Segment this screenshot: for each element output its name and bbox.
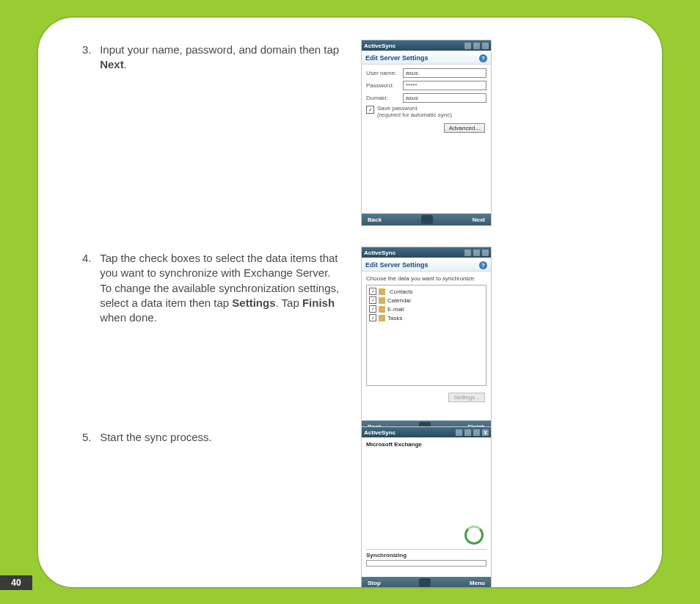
checkbox-icon[interactable]: ✓ bbox=[369, 288, 376, 295]
password-field[interactable]: ***** bbox=[403, 81, 486, 90]
list-item[interactable]: ✓ E-mail bbox=[369, 305, 484, 313]
step-3: 3. Input your name, password, and domain… bbox=[82, 43, 346, 73]
checkbox-icon[interactable]: ✓ bbox=[369, 296, 376, 304]
contacts-icon bbox=[379, 288, 385, 295]
ok-icon bbox=[473, 429, 480, 436]
list-item[interactable]: ✓ Calendar bbox=[369, 296, 484, 304]
titlebar: ActiveSync bbox=[362, 247, 491, 258]
status-icons: X bbox=[456, 429, 489, 436]
keyboard-icon[interactable] bbox=[421, 215, 433, 224]
screen-heading: Edit Server Settings ? bbox=[362, 51, 491, 65]
ok-icon bbox=[482, 250, 489, 256]
username-field[interactable]: asus bbox=[403, 68, 486, 78]
step-5-number: 5. bbox=[82, 430, 97, 445]
step-4: 4. Tap the check boxes to select the dat… bbox=[82, 251, 346, 325]
sync-source-heading: Microsoft Exchange bbox=[366, 441, 486, 448]
app-title: ActiveSync bbox=[364, 43, 395, 49]
step-5: 5. Start the sync process. bbox=[82, 430, 346, 445]
step-5-text: Start the sync process. bbox=[100, 430, 342, 445]
domain-label: Domain: bbox=[366, 95, 403, 101]
email-icon bbox=[379, 306, 385, 313]
signal-icon bbox=[464, 43, 471, 49]
volume-icon bbox=[464, 429, 471, 436]
status-icons bbox=[464, 43, 489, 49]
page-number-badge: 40 bbox=[0, 575, 32, 590]
ok-icon bbox=[482, 43, 489, 49]
sync-status-label: Synchronizing bbox=[366, 552, 486, 558]
sync-spinner-icon bbox=[464, 525, 484, 545]
step-4-number: 4. bbox=[82, 251, 97, 266]
calendar-icon bbox=[379, 297, 385, 304]
help-icon[interactable]: ? bbox=[479, 261, 487, 269]
softkey-menu[interactable]: Menu bbox=[470, 580, 485, 586]
list-item[interactable]: ✓ Tasks bbox=[369, 314, 484, 321]
password-label: Password: bbox=[366, 82, 403, 89]
tasks-icon bbox=[379, 315, 385, 321]
screen-heading: Edit Server Settings ? bbox=[362, 258, 491, 272]
sync-prompt: Choose the data you want to synchronize: bbox=[366, 275, 486, 282]
signal-icon bbox=[456, 429, 462, 436]
help-icon[interactable]: ? bbox=[479, 54, 487, 62]
settings-button[interactable]: Settings... bbox=[448, 393, 485, 402]
app-title: ActiveSync bbox=[364, 429, 395, 436]
volume-icon bbox=[473, 250, 480, 256]
status-icons bbox=[464, 250, 489, 256]
save-password-label: Save password (required for automatic sy… bbox=[377, 106, 452, 119]
domain-field[interactable]: asus bbox=[403, 93, 486, 103]
save-password-checkbox[interactable]: ✓ bbox=[366, 106, 374, 114]
sync-data-list: ✓ Contacts ✓ Calendar ✓ E-mail bbox=[366, 285, 486, 386]
screenshot-choose-sync-data: ActiveSync Edit Server Settings ? Choose… bbox=[361, 247, 492, 433]
keyboard-icon[interactable] bbox=[419, 578, 431, 587]
username-label: User name: bbox=[366, 70, 403, 76]
advanced-button[interactable]: Advanced... bbox=[444, 123, 485, 133]
screenshot-synchronizing: ActiveSync X Microsoft Exchange Synchron… bbox=[361, 426, 492, 589]
checkbox-icon[interactable]: ✓ bbox=[369, 305, 376, 313]
softkey-stop[interactable]: Stop bbox=[368, 580, 381, 586]
titlebar: ActiveSync bbox=[362, 40, 491, 51]
volume-icon bbox=[473, 43, 480, 49]
page-card: 3. Input your name, password, and domain… bbox=[37, 16, 663, 589]
softkey-next[interactable]: Next bbox=[473, 217, 485, 223]
softkey-back[interactable]: Back bbox=[368, 217, 382, 223]
screenshot-edit-server-credentials: ActiveSync Edit Server Settings ? User n… bbox=[361, 40, 492, 226]
app-title: ActiveSync bbox=[364, 250, 395, 256]
progress-bar bbox=[366, 560, 486, 567]
list-item[interactable]: ✓ Contacts bbox=[369, 288, 484, 295]
titlebar: ActiveSync X bbox=[362, 427, 491, 437]
signal-icon bbox=[464, 250, 471, 256]
checkbox-icon[interactable]: ✓ bbox=[369, 314, 376, 321]
step-3-number: 3. bbox=[82, 43, 97, 57]
step-3-text: Input your name, password, and domain th… bbox=[100, 43, 342, 73]
close-icon[interactable]: X bbox=[482, 429, 489, 436]
step-4-text: Tap the check boxes to select the data i… bbox=[100, 251, 342, 325]
